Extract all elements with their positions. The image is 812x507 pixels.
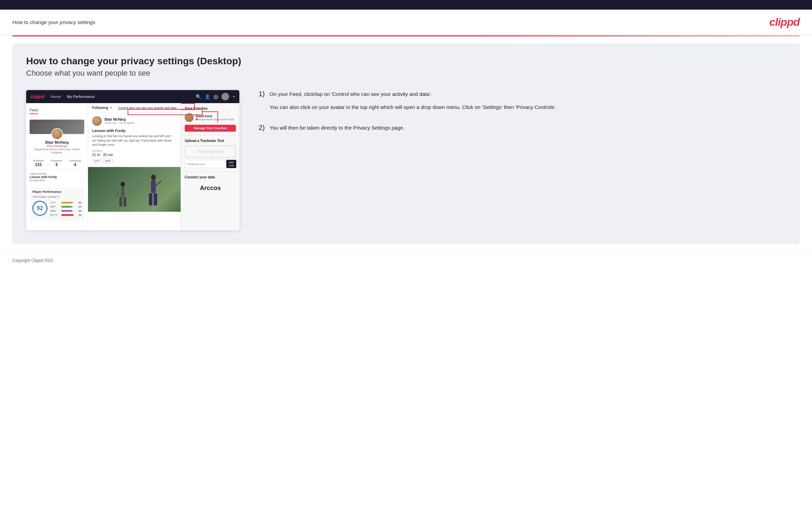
golfer-left-silhouette [116,181,130,212]
post-author-name: Blair McHarg [105,118,134,121]
feed-post: Blair McHarg Yesterday · Sunningdale Les… [88,113,181,167]
duration-value: 01 hr : 30 min [92,153,176,157]
arccos-logo: Arccos [185,182,236,195]
page-title: How to change your privacy settings [12,19,95,25]
copyright-text: Copyright Clippd 2022 [12,258,53,263]
arg-bar [61,210,72,212]
app-nav: clippd Home My Performance 🔍 👤 ⨁ ▼ [26,90,239,103]
profile-avatar [51,128,63,140]
main-content: How to change your privacy settings (Des… [12,43,800,244]
chevron-down-icon: ▼ [110,106,112,109]
page-subheading: Choose what you want people to see [26,69,786,78]
following-bar: Following ▼ Control who can see your act… [88,103,181,113]
coach-name: David Ford [196,114,234,118]
coaches-title: Your Coaches [185,107,236,110]
trackman-input[interactable] [185,160,225,168]
connect-title: Connect your data [185,175,236,179]
nav-icons: 🔍 👤 ⨁ ▼ [196,93,235,100]
instruction-1-para-1: On your Feed, click/tap on 'Control who … [270,90,556,98]
instruction-1-number: 1) [259,90,265,111]
player-performance: Player Performance Total Player Quality … [30,187,84,221]
person-icon[interactable]: 👤 [205,94,210,99]
profile-card: Blair McHarg Plus Handicap Royal North D… [30,117,84,187]
stat-followers: Followers 3 [51,159,62,167]
svg-rect-1 [121,187,124,197]
profile-handicap: Plus Handicap [30,144,84,148]
latest-activity-label: Latest Activity [30,172,84,175]
add-link-button[interactable]: Add Link [226,160,236,168]
instruction-1: 1) On your Feed, click/tap on 'Control w… [259,90,786,111]
svg-line-4 [116,191,119,198]
following-label: Following [92,106,108,110]
instruction-2-para-1: You will then be taken directly to the P… [270,124,404,132]
svg-point-5 [151,175,156,180]
chevron-down-icon[interactable]: ▼ [232,95,235,98]
feed-tab[interactable]: Feed [30,107,38,114]
instruction-2: 2) You will then be taken directly to th… [259,124,786,132]
coach-club-dot [196,118,198,120]
profile-club: Royal North Devon Golf Club, United King… [30,148,84,154]
latest-activity-date: 03 Aug 2022 [30,179,84,182]
svg-rect-3 [123,197,126,207]
following-button[interactable]: Following ▼ [92,106,112,110]
instruction-2-text: You will then be taken directly to the P… [270,124,404,132]
tag-app: APP [103,159,113,163]
latest-activity-name: Lesson with Fordy [30,175,84,179]
instruction-2-number: 2) [259,124,265,132]
score-circle: 92 [32,201,47,216]
post-tags: OTT APP [92,159,176,163]
putt-bar [61,214,74,216]
search-icon[interactable]: 🔍 [196,94,201,99]
app-right-panel: Your Coaches David Ford Royal North Devo… [181,103,239,230]
svg-line-9 [156,181,161,186]
app-left-panel: Feed Blair McHarg Plus Handicap Royal No… [26,103,88,230]
post-header: Blair McHarg Yesterday · Sunningdale [92,116,176,126]
control-privacy-link[interactable]: Control who can see your activity and da… [118,106,176,110]
instruction-1-text: On your Feed, click/tap on 'Control who … [270,90,556,111]
ott-bar [61,202,73,203]
trackman-section: Upload a Trackman Test Trackman Link Add… [181,135,239,172]
coach-club: Royal North Devon Golf Club [196,118,234,121]
post-description: Looking to feel like my hands are exitin… [92,134,176,147]
tag-ott: OTT [92,159,102,163]
instructions-panel: 1) On your Feed, click/tap on 'Control w… [252,90,786,144]
putt-bar-row: PUTT 96 [50,213,82,217]
app-screenshot: clippd Home My Performance 🔍 👤 ⨁ ▼ Feed [26,90,239,230]
player-perf-title: Player Performance [32,190,82,194]
two-col-layout: clippd Home My Performance 🔍 👤 ⨁ ▼ Feed [26,90,786,230]
golfer-right-silhouette [145,174,162,212]
trackman-link-box: Trackman Link [185,145,236,158]
perf-bars: OTT 90 APP [50,201,82,218]
user-avatar[interactable] [221,93,229,100]
app-middle-panel: Following ▼ Control who can see your act… [88,103,181,230]
instruction-1-para-2: You can also click on your avatar in the… [270,103,556,111]
manage-coaches-button[interactable]: Manage Your Coaches [185,125,236,132]
post-image [88,167,181,212]
header: How to change your privacy settings clip… [0,10,812,35]
nav-home[interactable]: Home [51,95,61,99]
coach-avatar [185,113,194,122]
app-bar [61,206,72,208]
duration-label: Duration [92,149,176,152]
page-heading: How to change your privacy settings (Des… [26,56,786,67]
perf-main: 92 OTT 90 APP [32,201,82,218]
app-body: Feed Blair McHarg Plus Handicap Royal No… [26,103,239,230]
post-title: Lesson with Fordy [92,129,176,133]
plus-icon[interactable]: ⨁ [214,94,218,99]
trackman-title: Upload a Trackman Test [185,139,236,143]
logo: clippd [769,16,800,29]
nav-my-performance[interactable]: My Performance [67,95,95,99]
svg-rect-2 [119,197,122,207]
top-bar [0,0,812,10]
footer: Copyright Clippd 2022 [0,251,812,270]
coach-item: David Ford Royal North Devon Golf Club [185,113,236,122]
svg-rect-6 [151,180,156,193]
coach-info: David Ford Royal North Devon Golf Club [196,114,234,121]
player-perf-sub: Total Player Quality ⓘ [32,195,82,199]
connect-section: Connect your data Arccos [181,172,239,198]
post-avatar [92,116,102,126]
stat-activities: Activities 131 [33,159,44,167]
post-date: Yesterday · Sunningdale [105,121,134,124]
app-logo: clippd [30,94,44,99]
profile-stats: Activities 131 Followers 3 Following 4 [30,157,84,169]
